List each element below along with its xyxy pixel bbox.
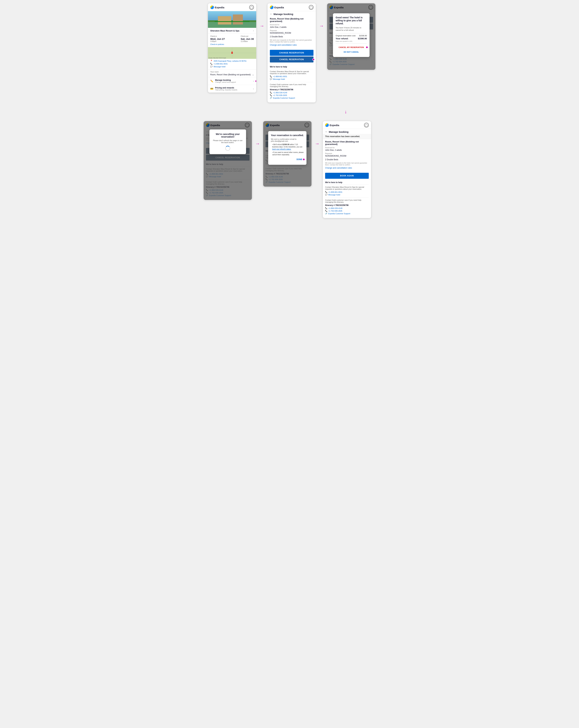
cancel-my-reservation-btn[interactable]: CANCEL MY RESERVATION [336,45,367,50]
change-cancel-link-2[interactable]: Change and cancellation rules [270,44,313,46]
screen-1-hotel-detail: Expedia ◯ [208,3,256,93]
checkin-date: Wed, Jun 27 [210,37,225,40]
gold-contact-desc-2: Contact Gold customer care if you need h… [270,83,313,87]
change-cancel-link-6[interactable]: Change and cancellation rules [325,167,369,169]
requests-label-6: Requests [325,153,369,154]
your-room-section: Your room Room, Resort View (Bedding not… [208,70,256,77]
refund-row: Your refund: $1590.90 [336,37,367,40]
request1-2: NONSMOKING_ROOM [270,32,313,34]
do-not-cancel-btn[interactable]: DO NOT CANCEL [336,50,367,54]
request-note-2: We sent your requests to the hotel, but … [270,39,313,43]
user-icon-2[interactable]: ◯ [309,5,313,10]
reserved-for-value-2: John Doe, 2 adults [270,26,313,28]
arrow-5-to-6: → [315,121,320,147]
room-selector[interactable]: Room, Resort View (Bedding not guarantee… [210,74,254,76]
back-row-2[interactable]: ← Manage booking [268,11,316,16]
gold-contact-6: Contact Gold customer care if you need h… [325,198,369,216]
loading-subtitle: Please don't refresh the page or use the… [213,139,243,144]
svg-point-9 [231,52,233,54]
help-title-2: We're here to help [270,66,313,68]
pricing-rewards-nav[interactable]: 💳 Pricing and rewards Total pricing, Exp… [208,85,256,93]
itinerary-6: Itinerary # 790232256796 [325,204,369,206]
hotel-image-1 [208,11,256,28]
track-refund-link[interactable]: track your refund's status. [272,148,291,150]
confirm-modal-overlay: Your reservation is cancelled. We sent a… [263,121,311,187]
pricing-rewards-label: Pricing and rewards [215,87,237,89]
hotel-message-6[interactable]: 💬 Message hotel [325,193,369,196]
chevron-down-icon: ⌄ [252,74,254,76]
map-section: Google | Map data ©2019 Google [208,47,256,59]
back-row-6[interactable]: ← Manage booking [323,129,371,134]
loading-title: We're cancelling your reservation! [213,133,243,138]
user-icon-6[interactable]: ◯ [364,123,369,127]
confirm-bullet1: • We'll refund $1590.90 within 7-10 busi… [271,144,304,151]
svg-rect-4 [233,15,243,25]
map-credit: Google | Map data ©2019 Google [209,57,226,58]
chat-icon-6: 💬 [325,193,327,196]
svg-rect-2 [208,22,256,28]
change-reservation-btn-2[interactable]: CHANGE RESERVATION [270,50,313,56]
phone-icon-gold2-2: 📞 [270,94,272,96]
chat-icon-2: 💬 [270,78,272,80]
cancel-reservation-btn-2[interactable]: CANCEL RESERVATION [270,56,313,62]
checkin-time: 3:00pm [210,40,225,42]
request1-6: NONSMOKING_ROOM [325,155,369,157]
hotel-phone-6[interactable]: 📞 +1-808-661-0031 [325,191,369,193]
gold-phone2-6[interactable]: 📞 +1 702-939-2635 [325,210,369,212]
arrow-2-to-3: → [319,3,324,29]
confirm-title: Your reservation is cancelled. [271,134,304,137]
gold-phone1-6[interactable]: 📞 +1-866-539-4149 [325,207,369,209]
address-item[interactable]: 📍 2605 Kaanapali Pkwy, Lahaina HI 96761 [210,60,254,62]
gold-phone1-2[interactable]: 📞 +1-866-539-4149 [270,92,313,94]
cancelled-banner: This reservation has been cancelled. [323,134,371,139]
refund-modal-overlay: Good news! The hotel is willing to give … [327,3,376,70]
hotel-phone-2[interactable]: 📞 +1-808-661-0031 [270,75,313,77]
phone-icon-gold1-6: 📞 [325,207,327,209]
card-icon: 💳 [210,87,214,90]
expedia-text-6: Expedia [330,124,339,127]
screen-3-refund-modal: Expedia ◯ ← Manage booking Good news! Th… [327,3,376,70]
requests-label-2: Requests [270,30,313,31]
hotel-message-2[interactable]: 💬 Message hotel [270,78,313,80]
refund-modal-subtitle: You have 4 hours 20 minutes to cancel fo… [336,26,367,32]
screen-4-loading: Expedia ◯ ← Manage booking We're cancell… [203,121,252,200]
reserved-for-value-6: John Doe, 2 adults [325,149,369,151]
manage-booking-label: Manage booking [215,79,236,81]
expedia-support-2[interactable]: 🔗 Expedia Customer Support [270,97,313,99]
manage-booking-title-2: Manage booking [274,12,293,16]
booking-detail-6: Room, Resort View (Bedding not guarantee… [323,139,371,172]
expedia-text-2: Expedia [274,6,284,9]
hotel-name-bar[interactable]: Sheraton Maui Resort & Spa › [208,28,256,34]
message-text: Message hotel [214,66,226,68]
cancel-btn-hotspot [312,58,315,61]
booking-detail-2: Room, Resort View (Bedding not guarantee… [268,16,316,49]
manage-booking-nav[interactable]: ✏️ Manage booking Change, cancel and sup… [208,77,256,85]
help-title-6: We're here to help [325,181,369,184]
message-item[interactable]: 💬 Message hotel [210,66,254,68]
flow-container: Expedia ◯ [208,3,371,218]
manage-booking-sub: Change, cancel and support [215,81,236,83]
phone-item[interactable]: 📞 +1-808-661-0031 [210,63,254,65]
expedia-logo-6: Expedia [325,123,339,127]
cancel-my-res-hotspot [366,46,368,49]
header-2: Expedia ◯ [268,3,316,11]
gold-contact-desc-6: Contact Gold customer care if you need h… [325,199,369,203]
screen-6-cancelled: Expedia ◯ ← Manage booking This reservat… [323,121,371,218]
support-icon-6: 🔗 [325,212,327,214]
manage-booking-title-6: Manage booking [329,130,349,133]
book-again-btn[interactable]: BOOK AGAIN [325,173,369,179]
hotel-name: Sheraton Maui Resort & Spa [210,29,239,32]
done-btn[interactable]: DONE [271,157,304,162]
checkin-policies-link[interactable]: Check-in policies [210,43,254,45]
help-section-6: We're here to help Contact Sheraton Maui… [323,179,371,218]
gold-phone2-2[interactable]: 📞 +1 702-939-2635 [270,94,313,96]
expedia-support-6[interactable]: 🔗 Expedia Customer Support [325,212,369,214]
screen-5-confirmation: Expedia ◯ ← Manage booking Your reservat… [263,121,311,187]
done-hotspot [303,158,305,161]
globe-icon-1 [210,5,214,9]
phone-text: +1-808-661-0031 [214,63,228,65]
refund-modal-title: Good news! The hotel is willing to give … [336,16,367,25]
header-6: Expedia ◯ [323,121,371,129]
room-type-title-6: Room, Resort View (Bedding not guarantee… [325,140,369,146]
user-icon-1[interactable]: ◯ [249,5,254,10]
